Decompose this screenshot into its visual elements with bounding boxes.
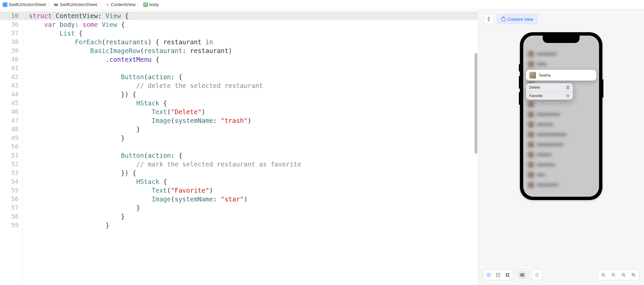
zoom-fit-button[interactable]: 1 [609, 271, 618, 279]
line-number: 38 [0, 38, 22, 46]
menu-item-label: Favorite [529, 94, 543, 98]
list-item [523, 109, 599, 120]
breadcrumb-item-project[interactable]: SwiftUIActionSheet [3, 2, 46, 7]
code-line[interactable]: .contextMenu { [23, 55, 478, 64]
code-line[interactable]: HStack { [23, 99, 478, 107]
code-line[interactable] [23, 64, 478, 73]
code-line[interactable]: } [23, 134, 478, 142]
play-icon [487, 273, 491, 277]
line-number: 39 [0, 46, 22, 55]
code-line[interactable] [23, 142, 478, 151]
code-line[interactable]: } [23, 203, 478, 212]
preview-bottom-left-toolbar [483, 270, 543, 280]
preview-mode-group [483, 270, 513, 280]
line-number: 57 [0, 203, 22, 212]
list-item [523, 150, 599, 160]
code-line[interactable]: Button(action: { [23, 151, 478, 160]
preview-toolbar: Content View [478, 9, 644, 29]
code-line[interactable]: ForEach(restaurants) { restaurant in [23, 38, 478, 46]
selectable-preview-button[interactable] [494, 271, 502, 279]
grid-icon [505, 273, 509, 277]
line-number: 49 [0, 134, 22, 142]
breadcrumb: SwiftUIActionSheet 〉 SwiftUIActionSheet … [0, 0, 644, 9]
line-number: 45 [0, 99, 22, 107]
svg-rect-9 [520, 274, 524, 275]
list-item [523, 59, 599, 69]
code-line[interactable]: Text("Favorite") [23, 186, 478, 195]
line-number: 42 [0, 73, 22, 81]
line-number: 51 [0, 151, 22, 160]
pin-preview-button[interactable] [484, 14, 494, 24]
code-line[interactable]: HStack { [23, 177, 478, 186]
device-button [519, 92, 520, 105]
line-number: 10 [0, 11, 22, 20]
svg-rect-2 [503, 17, 504, 18]
line-number: 36 [0, 20, 22, 29]
code-line[interactable]: var body: some View { [23, 20, 478, 29]
breadcrumb-label: body [149, 2, 159, 7]
svg-line-18 [614, 276, 615, 277]
code-line[interactable]: Image(systemName: "star") [23, 195, 478, 203]
zoom-out-icon [601, 273, 606, 277]
code-line[interactable]: // mark the selected restaurant as favor… [23, 160, 478, 169]
zoom-fit-icon: 1 [611, 273, 616, 277]
blurred-background-list [523, 36, 599, 197]
breadcrumb-item-folder[interactable]: SwiftUIActionSheet [54, 2, 97, 7]
list-item [523, 99, 599, 109]
restaurant-thumbnail [529, 72, 536, 79]
svg-rect-6 [508, 273, 509, 275]
svg-rect-5 [506, 273, 507, 275]
zoom-actual-button[interactable] [619, 271, 628, 279]
line-number: 37 [0, 29, 22, 38]
code-line[interactable]: } [23, 221, 478, 230]
code-line[interactable]: } [23, 212, 478, 221]
svg-line-21 [624, 276, 626, 277]
code-line[interactable]: }) { [23, 90, 478, 99]
code-line[interactable]: struct ContentView: View { [23, 11, 478, 20]
variants-preview-button[interactable] [503, 271, 512, 279]
list-item [523, 120, 599, 130]
list-item [523, 49, 599, 59]
breadcrumb-item-property[interactable]: P body [143, 2, 159, 7]
code-line[interactable]: BasicImageRow(restaurant: restaurant) [23, 46, 478, 55]
svg-rect-8 [508, 275, 509, 277]
code-line[interactable]: }) { [23, 169, 478, 177]
context-menu-area: Teakha Delete Favorite [526, 70, 596, 100]
context-menu-item-favorite[interactable]: Favorite [526, 91, 573, 100]
context-menu: Delete Favorite [526, 83, 573, 100]
line-number: 56 [0, 195, 22, 203]
context-menu-item-delete[interactable]: Delete [526, 83, 573, 91]
code-line[interactable]: Image(systemName: "trash") [23, 116, 478, 125]
zoom-in-icon [632, 273, 636, 277]
live-preview-button[interactable] [484, 271, 493, 279]
line-number: 53 [0, 169, 22, 177]
svg-rect-13 [537, 275, 537, 276]
menu-item-label: Delete [529, 85, 540, 89]
trash-icon [566, 86, 570, 89]
chevron-right-icon: 〉 [47, 2, 52, 7]
breadcrumb-label: SwiftUIActionSheet [9, 2, 46, 7]
code-line[interactable]: Text("Delete") [23, 107, 478, 116]
device-screen[interactable]: Teakha Delete Favorite [523, 36, 599, 197]
code-editor[interactable]: 1036373839404142434445464748495051525354… [0, 9, 478, 285]
code-line[interactable]: } [23, 125, 478, 134]
breadcrumb-label: ContentView [111, 2, 136, 7]
line-number: 43 [0, 81, 22, 90]
code-content[interactable]: struct ContentView: View { var body: som… [23, 9, 478, 285]
zoom-out-button[interactable] [599, 271, 608, 279]
editor-scrollbar[interactable] [475, 53, 477, 154]
accessibility-button[interactable] [533, 271, 541, 279]
accessibility-group [531, 270, 543, 280]
zoom-toolbar: 1 [598, 270, 639, 280]
svg-line-25 [634, 276, 636, 277]
code-line[interactable]: // delete the selected restaurant [23, 81, 478, 90]
device-settings-button[interactable] [518, 271, 527, 279]
preview-target-chip[interactable]: Content View [497, 14, 538, 24]
chevron-right-icon: 〉 [99, 2, 104, 7]
line-number: 50 [0, 142, 22, 151]
zoom-in-button[interactable] [629, 271, 638, 279]
code-line[interactable]: Button(action: { [23, 73, 478, 81]
folder-icon [54, 2, 58, 7]
breadcrumb-item-file[interactable]: ContentView [105, 2, 136, 7]
code-line[interactable]: List { [23, 29, 478, 38]
